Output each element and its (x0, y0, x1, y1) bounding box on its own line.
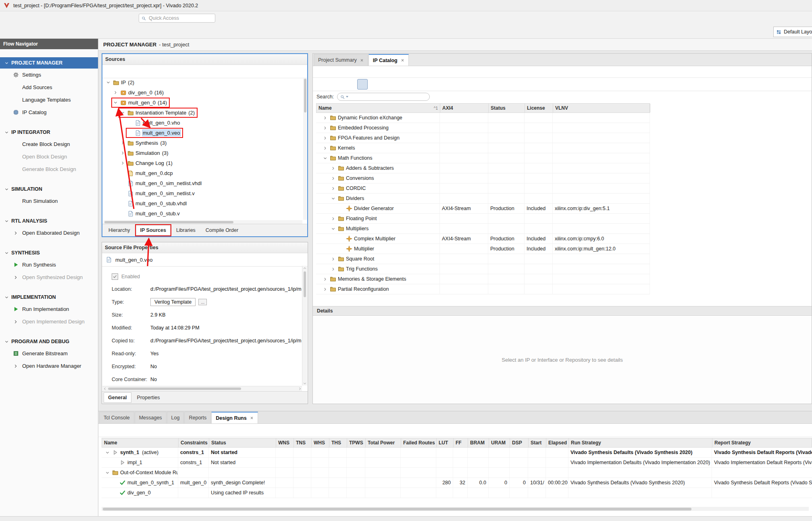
column-header[interactable]: THS (329, 438, 347, 447)
flow-navigator-item[interactable]: Run Synthesis (0, 258, 98, 271)
chevron-right-icon[interactable] (330, 185, 336, 192)
catalog-row[interactable]: Divider Generator AXI4-Stream Production… (316, 204, 650, 214)
column-header[interactable]: TPWS (347, 438, 366, 447)
horizontal-scrollbar[interactable] (103, 220, 302, 224)
catalog-row[interactable]: Floating Point (316, 214, 650, 224)
scrollbar-thumb[interactable] (304, 79, 306, 113)
design-run-row[interactable]: impl_1 constrs_1 Not started V (102, 458, 812, 468)
quick-access-input[interactable] (148, 15, 212, 21)
column-header[interactable]: License (525, 104, 553, 113)
scrollbar-thumb[interactable] (304, 271, 306, 297)
enabled-checkbox-row[interactable]: Enabled (112, 271, 302, 283)
design-run-row[interactable]: mult_gen_0_synth_1 mult_gen_0 synth_desi… (102, 478, 812, 488)
flow-navigator-item[interactable]: Settings (0, 69, 98, 81)
chevron-down-icon[interactable] (322, 155, 328, 161)
chevron-right-icon[interactable] (330, 215, 336, 222)
flow-navigator-section-header[interactable]: IP INTEGRATOR (0, 127, 98, 138)
tab[interactable]: Properties (133, 392, 164, 403)
column-header[interactable]: VLNV (553, 104, 650, 113)
bottom-tab[interactable]: Tcl Console (99, 412, 134, 423)
scroll-right-icon[interactable] (298, 387, 302, 391)
chevron-down-icon[interactable] (330, 225, 336, 232)
scroll-left-icon[interactable] (102, 387, 107, 391)
scrollbar-thumb[interactable] (108, 388, 241, 390)
chevron-down-icon[interactable] (3, 218, 10, 224)
catalog-row[interactable]: FPGA Features and Design (316, 133, 650, 143)
chevron-right-icon[interactable] (119, 160, 126, 167)
chevron-right-icon[interactable] (322, 145, 328, 151)
catalog-search-box[interactable] (337, 93, 430, 101)
chevron-right-icon[interactable] (322, 135, 328, 141)
column-header[interactable]: AXI4 (440, 104, 489, 113)
chevron-down-icon[interactable] (112, 100, 119, 106)
source-tree-row[interactable]: div_gen_0 (16) (102, 88, 303, 98)
flow-navigator-item[interactable]: Open Hardware Manager (0, 360, 98, 372)
chevron-down-icon[interactable] (3, 129, 10, 135)
source-tree-row[interactable]: mult_gen_0.veo (102, 128, 303, 138)
flow-navigator-section-header[interactable]: PROGRAM AND DEBUG (0, 336, 98, 347)
catalog-row[interactable]: Memories & Storage Elements (316, 274, 650, 284)
horizontal-scrollbar[interactable] (102, 386, 302, 391)
source-tree-row[interactable]: mult_gen_0_stub.v (102, 208, 303, 219)
chevron-down-icon[interactable] (119, 110, 126, 116)
column-header[interactable]: Name (102, 438, 179, 447)
properties-panel-header[interactable]: Source File Properties (102, 242, 308, 253)
editor-tab[interactable]: IP Catalog (369, 54, 409, 66)
flow-navigator-item[interactable]: Generate Block Design (0, 163, 98, 175)
source-tree-row[interactable]: mult_gen_0.dcp (102, 168, 303, 178)
catalog-row[interactable]: Conversions (316, 173, 650, 183)
vertical-scrollbar[interactable] (302, 266, 307, 386)
flow-navigator-item[interactable]: Generate Bitstream (0, 347, 98, 360)
flow-navigator-item[interactable]: Open Implemented Design (0, 315, 98, 328)
source-tree-row[interactable]: Simulation (3) (102, 148, 303, 158)
catalog-row[interactable]: Dividers (316, 194, 650, 204)
chevron-right-icon[interactable] (322, 276, 328, 282)
flow-navigator-item[interactable]: Create Block Design (0, 138, 98, 150)
flow-navigator-item[interactable]: Open Synthesized Design (0, 271, 98, 283)
design-run-row[interactable]: synth_1 (active) constrs_1 Not started (102, 448, 812, 458)
source-tree-row[interactable]: mult_gen_0_sim_netlist.vhdl (102, 178, 303, 188)
close-icon[interactable] (401, 58, 404, 62)
tab[interactable]: General (104, 392, 131, 403)
catalog-row[interactable]: Multipliers (316, 224, 650, 234)
chevron-down-icon[interactable] (3, 250, 10, 256)
flow-navigator-section-header[interactable]: SYNTHESIS (0, 247, 98, 258)
chevron-right-icon[interactable] (119, 150, 126, 156)
column-header[interactable]: Status (489, 104, 525, 113)
catalog-row[interactable]: Trig Functions (316, 264, 650, 274)
bottom-tab[interactable]: Log (167, 412, 184, 423)
tab[interactable]: Hierarchy (104, 225, 135, 235)
chevron-down-icon[interactable] (3, 186, 10, 192)
column-header[interactable]: Run Strategy (569, 438, 712, 447)
source-tree-row[interactable]: Synthesis (3) (102, 138, 303, 148)
scroll-down-icon[interactable] (303, 381, 307, 386)
chevron-down-icon[interactable] (104, 469, 110, 476)
bottom-tab[interactable]: Design Runs (211, 412, 258, 423)
chevron-right-icon[interactable] (112, 90, 119, 96)
bottom-tab[interactable]: Messages (135, 412, 167, 423)
chevron-down-icon[interactable] (105, 79, 111, 86)
chevron-right-icon[interactable] (119, 140, 126, 146)
column-header[interactable]: WHS (312, 438, 329, 447)
scrollbar-thumb[interactable] (103, 508, 691, 511)
catalog-row[interactable]: Square Root (316, 254, 650, 264)
close-icon[interactable] (250, 416, 254, 420)
column-header[interactable]: LUT (437, 438, 454, 447)
catalog-row[interactable]: Embedded Processing (316, 123, 650, 133)
enabled-checkbox[interactable] (112, 273, 118, 280)
close-icon[interactable] (360, 58, 364, 62)
column-header[interactable]: TNS (294, 438, 312, 447)
flow-navigator-item[interactable]: Open Elaborated Design (0, 227, 98, 239)
catalog-row[interactable]: CORDIC (316, 183, 650, 194)
flow-navigator-item[interactable]: Run Implementation (0, 303, 98, 315)
column-header[interactable]: FF (454, 438, 468, 447)
flow-navigator-item[interactable]: Open Block Design (0, 150, 98, 163)
catalog-row[interactable]: Math Functions (316, 153, 650, 163)
column-header[interactable]: Total Power (366, 438, 401, 447)
source-tree-row[interactable]: mult_gen_0.vho (102, 118, 303, 128)
chevron-right-icon[interactable] (330, 266, 336, 272)
catalog-row[interactable]: Multiplier Production Included xilinx.co… (316, 244, 650, 254)
property-value[interactable]: Verilog Template (150, 298, 196, 306)
catalog-row[interactable]: Complex Multiplier AXI4-Stream Productio… (316, 234, 650, 244)
catalog-row[interactable]: Adders & Subtracters (316, 163, 650, 173)
